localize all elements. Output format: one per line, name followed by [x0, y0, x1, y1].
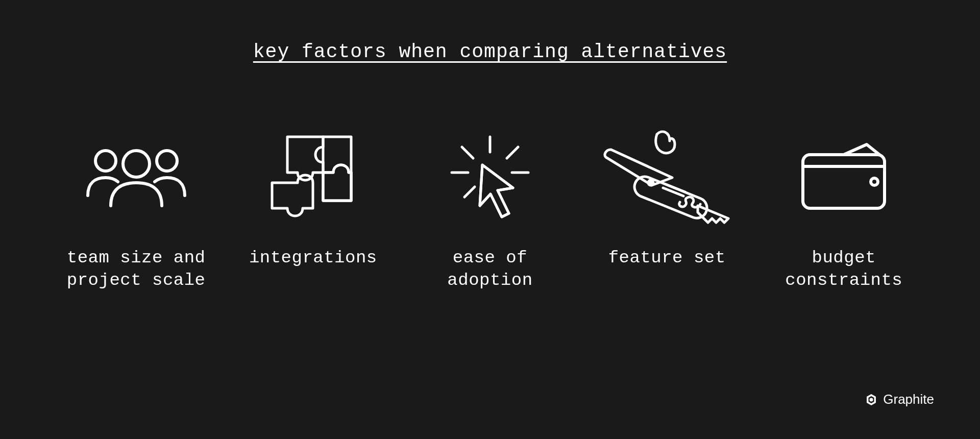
people-icon — [80, 129, 192, 226]
factor-label: budget constraints — [762, 247, 925, 291]
swiss-knife-icon — [596, 129, 739, 226]
factor-label: feature set — [608, 247, 726, 269]
brand-mark: Graphite — [865, 392, 934, 407]
wallet-icon — [795, 129, 892, 226]
factor-integrations: integrations — [231, 129, 395, 269]
brand-name: Graphite — [883, 392, 934, 407]
svg-line-4 — [462, 147, 473, 158]
factor-ease-of-adoption: ease of adoption — [408, 129, 572, 291]
factor-team-size: team size and project scale — [55, 129, 218, 291]
factor-budget-constraints: budget constraints — [762, 129, 925, 291]
svg-point-16 — [871, 178, 878, 185]
factors-row: team size and project scale integrations — [0, 129, 980, 291]
svg-point-19 — [870, 398, 873, 401]
svg-line-8 — [464, 187, 475, 197]
factor-label: team size and project scale — [55, 247, 218, 291]
svg-point-0 — [95, 151, 116, 171]
cursor-click-icon — [447, 129, 533, 226]
page-title: key factors when comparing alternatives — [0, 0, 980, 63]
factor-label: ease of adoption — [408, 247, 572, 291]
svg-point-1 — [157, 151, 177, 171]
svg-point-11 — [648, 180, 653, 185]
svg-point-2 — [123, 151, 150, 177]
puzzle-icon — [264, 129, 361, 226]
factor-feature-set: feature set — [585, 129, 749, 269]
factor-label: integrations — [249, 247, 377, 269]
graphite-logo-icon — [865, 393, 878, 406]
svg-line-5 — [507, 147, 518, 158]
